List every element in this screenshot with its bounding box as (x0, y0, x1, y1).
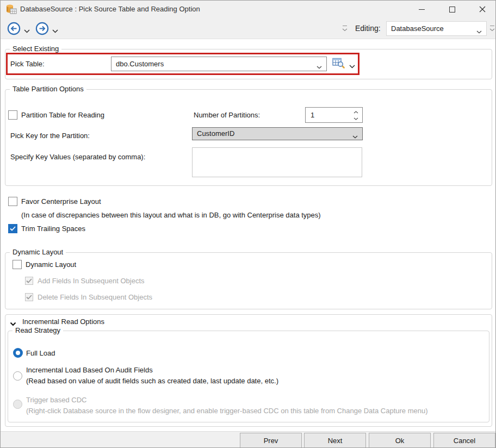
trim-trailing-spaces-label[interactable]: Trim Trailing Spaces (21, 225, 85, 233)
chevron-up-icon (354, 111, 358, 114)
window-title: DatabaseSource : Pick Source Table and R… (20, 1, 200, 18)
toolbar: Editing: DatabaseSource (1, 18, 495, 39)
read-strategy-legend: Read Strategy (13, 326, 63, 334)
cancel-button[interactable]: Cancel (433, 433, 495, 448)
browse-tables-dropdown-button[interactable] (349, 62, 355, 70)
editing-label: Editing: (355, 24, 381, 33)
dialog-window: DatabaseSource : Pick Source Table and R… (0, 0, 496, 448)
key-values-label: Specify Key Values (separated by comma): (10, 153, 145, 161)
spinner-down-button[interactable] (352, 115, 359, 122)
chevron-down-icon (52, 29, 58, 33)
delete-fields-label: Delete Fields In Subsequent Objects (38, 293, 152, 301)
key-values-textarea[interactable] (192, 147, 362, 177)
dynamic-layout-label[interactable]: Dynamic Layout (26, 260, 76, 269)
num-partitions-spinner[interactable]: 1 (305, 107, 363, 123)
chevron-down-icon (342, 28, 348, 32)
forward-dropdown-button[interactable] (52, 27, 58, 35)
add-fields-label: Add Fields In Subsequent Objects (38, 277, 145, 285)
minimize-button[interactable] (411, 1, 432, 18)
table-search-icon (332, 58, 345, 69)
chevron-down-icon (354, 117, 358, 120)
forward-button[interactable] (35, 22, 49, 37)
dynamic-layout-checkbox[interactable] (13, 260, 22, 269)
select-existing-legend: Select Existing (10, 45, 61, 53)
chevron-down-icon (352, 132, 358, 140)
favor-centerprise-note: (In case of discrepancies between this l… (21, 211, 321, 219)
favor-centerprise-checkbox[interactable] (8, 197, 17, 206)
incremental-load-radio[interactable] (13, 371, 22, 381)
minimize-icon (419, 9, 425, 10)
maximize-icon (449, 7, 455, 13)
database-table-icon (6, 4, 17, 16)
add-fields-checkbox (25, 277, 33, 285)
check-icon (26, 295, 32, 300)
incremental-load-note: (Read based on value of audit fields suc… (26, 377, 278, 385)
incremental-load-label[interactable]: Incremental Load Based On Audit Fields (26, 366, 153, 374)
trigger-cdc-note: (Right-click Database source in the flow… (26, 407, 428, 415)
back-circle-arrow-icon (7, 22, 21, 35)
close-button[interactable] (472, 1, 493, 18)
pick-key-value: CustomerID (197, 128, 234, 140)
pick-table-label: Pick Table: (10, 60, 45, 68)
partition-table-label[interactable]: Partition Table for Reading (21, 111, 104, 119)
trigger-cdc-radio (13, 400, 22, 409)
toolbar-overflow-button-right[interactable] (489, 26, 495, 32)
maximize-button[interactable] (441, 1, 463, 18)
pick-key-label: Pick Key for the Partition: (10, 132, 90, 140)
check-icon (10, 226, 16, 231)
browse-tables-button[interactable] (332, 58, 345, 70)
editing-combobox-value: DatabaseSource (391, 22, 444, 35)
close-icon (479, 6, 486, 13)
favor-centerprise-label[interactable]: Favor Centerprise Layout (21, 197, 101, 206)
check-icon (26, 278, 32, 283)
chevron-down-icon (24, 29, 30, 33)
full-load-radio[interactable] (13, 348, 23, 358)
partition-table-checkbox[interactable] (8, 110, 17, 120)
full-load-label[interactable]: Full Load (26, 349, 55, 357)
delete-fields-checkbox (25, 293, 33, 301)
incremental-read-options-header[interactable]: Incremental Read Options (22, 318, 104, 326)
next-button[interactable]: Next (304, 433, 366, 448)
dynamic-layout-legend: Dynamic Layout (10, 248, 66, 256)
pick-table-value: dbo.Customers (116, 57, 164, 71)
num-partitions-label: Number of Partitions: (194, 111, 260, 119)
editing-combobox[interactable]: DatabaseSource (386, 21, 487, 36)
spinner-up-button[interactable] (352, 109, 359, 115)
chevron-down-icon (317, 63, 322, 71)
back-dropdown-button[interactable] (24, 27, 30, 35)
prev-button[interactable]: Prev (240, 433, 302, 448)
chevron-down-icon (10, 322, 16, 326)
chevron-down-icon (489, 28, 495, 32)
forward-circle-arrow-icon (35, 22, 49, 35)
trigger-cdc-label: Trigger based CDC (26, 396, 87, 404)
num-partitions-value: 1 (311, 108, 314, 122)
trim-trailing-spaces-checkbox[interactable] (8, 224, 17, 233)
pick-table-combobox[interactable]: dbo.Customers (111, 57, 327, 71)
chevron-down-icon (349, 65, 355, 69)
ok-button[interactable]: Ok (369, 433, 431, 448)
back-button[interactable] (7, 22, 21, 37)
table-partition-options-legend: Table Partition Options (10, 85, 86, 93)
title-bar: DatabaseSource : Pick Source Table and R… (1, 1, 495, 18)
toolbar-overflow-button[interactable] (342, 26, 348, 32)
chevron-down-icon (476, 27, 482, 35)
pick-key-combobox[interactable]: CustomerID (192, 127, 363, 140)
